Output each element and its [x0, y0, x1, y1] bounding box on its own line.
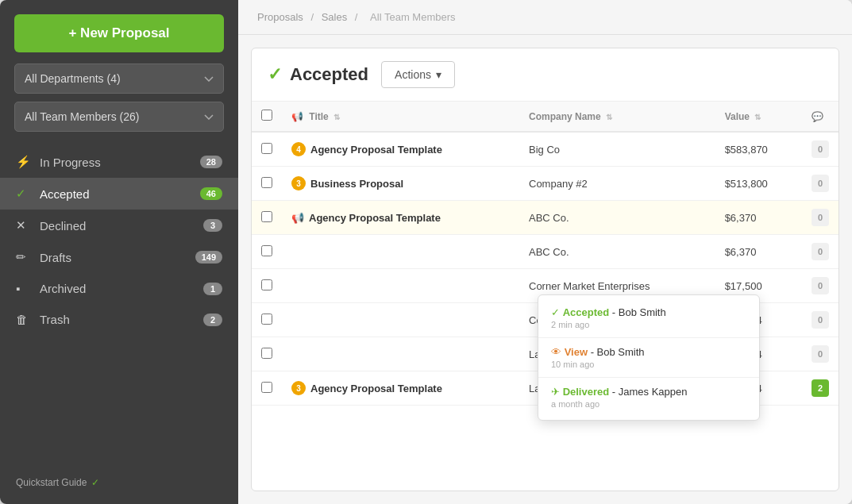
row-checkbox[interactable]	[261, 279, 272, 290]
comment-badge: 0	[812, 311, 829, 329]
x-icon: ✕	[16, 218, 32, 233]
row-checkbox-cell	[252, 337, 282, 371]
declined-badge: 3	[203, 219, 222, 232]
title-cell: 3 Agency Proposal Template	[282, 371, 519, 406]
title-cell	[282, 337, 519, 371]
accepted-activity-icon: ✓	[551, 306, 563, 318]
activity-person: Bob Smith	[619, 306, 666, 318]
content-header: ✓ Accepted Actions ▾	[252, 48, 839, 102]
activity-popup: ✓ Accepted - Bob Smith 2 min ago 👁 View …	[538, 294, 760, 421]
sidebar-item-trash[interactable]: 🗑 Trash 2	[0, 304, 238, 335]
view-activity-icon: 👁	[551, 346, 565, 358]
megaphone-header-icon: 📢	[291, 111, 303, 122]
sidebar-item-declined[interactable]: ✕ Declined 3	[0, 210, 238, 241]
table-row: 4 Agency Proposal Template Big Co $583,8…	[252, 132, 839, 167]
row-checkbox[interactable]	[261, 348, 272, 359]
comment-cell: 2	[802, 371, 839, 406]
company-sort-icon[interactable]: ⇅	[606, 113, 612, 121]
title-cell: 📢 Agency Proposal Template	[282, 201, 519, 235]
value-cell: $6,370	[715, 201, 802, 235]
row-checkbox[interactable]	[261, 177, 272, 188]
comment-badge: 2	[812, 379, 829, 397]
row-checkbox[interactable]	[261, 211, 272, 222]
trash-badge: 2	[203, 314, 222, 326]
sidebar-item-label: Archived	[40, 282, 203, 295]
activity-separator: -	[612, 306, 619, 318]
sidebar-nav: ⚡ In Progress 28 ✓ Accepted 46 ✕ Decline…	[0, 146, 238, 469]
sidebar-item-accepted[interactable]: ✓ Accepted 46	[0, 178, 238, 210]
table-row: ABC Co. $6,370 0	[252, 235, 839, 269]
breadcrumb-all-team: All Team Members	[370, 11, 455, 23]
activity-action-label: Accepted	[563, 306, 610, 318]
activity-separator: -	[591, 346, 597, 358]
value-cell: $583,870	[715, 132, 802, 167]
priority-badge: 4	[291, 142, 306, 156]
breadcrumb: Proposals / Sales / All Team Members	[238, 0, 852, 35]
comment-cell: 0	[802, 269, 839, 303]
comment-badge: 0	[812, 243, 829, 260]
row-checkbox-cell	[252, 371, 282, 406]
new-proposal-button[interactable]: + New Proposal	[14, 14, 224, 52]
table-header-row: 📢 Title ⇅ Company Name ⇅ Value ⇅	[252, 102, 839, 132]
pencil-icon: ✏	[16, 250, 32, 264]
team-select[interactable]: All Team Members (26)	[14, 102, 224, 132]
content-area: ✓ Accepted Actions ▾	[251, 48, 839, 491]
row-checkbox[interactable]	[261, 143, 272, 154]
header-title: 📢 Title ⇅	[282, 102, 519, 132]
comment-cell: 0	[802, 132, 839, 167]
check-icon: ✓	[16, 187, 32, 201]
activity-item-view: 👁 View - Bob Smith 10 min ago	[538, 338, 759, 378]
company-cell: ABC Co.	[519, 235, 715, 269]
sidebar-item-drafts[interactable]: ✏ Drafts 149	[0, 241, 238, 273]
actions-button[interactable]: Actions ▾	[381, 61, 455, 88]
select-all-checkbox[interactable]	[261, 110, 272, 121]
company-cell: Big Co	[519, 132, 715, 167]
activity-action-label: Delivered	[563, 386, 610, 398]
sidebar-item-in-progress[interactable]: ⚡ In Progress 28	[0, 146, 238, 178]
breadcrumb-sales[interactable]: Sales	[322, 11, 348, 23]
title-cell	[282, 269, 519, 303]
row-checkbox-cell	[252, 201, 282, 235]
breadcrumb-proposals[interactable]: Proposals	[257, 11, 303, 23]
comment-badge: 0	[812, 140, 829, 158]
sidebar-item-label: Trash	[40, 313, 203, 326]
accepted-check-icon: ✓	[268, 64, 282, 85]
quickstart-label: Quickstart Guide	[16, 477, 87, 488]
activity-item-accepted: ✓ Accepted - Bob Smith 2 min ago	[538, 298, 759, 338]
comment-cell: 0	[802, 167, 839, 201]
row-checkbox-cell	[252, 303, 282, 337]
archive-icon: ▪	[16, 282, 32, 295]
comment-cell: 0	[802, 303, 839, 337]
proposal-title[interactable]: Agency Proposal Template	[310, 144, 442, 156]
department-select[interactable]: All Departments (4)	[14, 63, 224, 94]
comment-badge: 0	[812, 175, 829, 192]
activity-action-label: View	[565, 346, 588, 358]
sidebar: + New Proposal All Departments (4) All T…	[0, 0, 238, 504]
row-checkbox[interactable]	[261, 245, 272, 256]
quickstart-guide[interactable]: Quickstart Guide ✓	[0, 469, 238, 496]
comment-badge: 0	[812, 345, 829, 363]
section-title: ✓ Accepted	[268, 64, 368, 85]
row-checkbox-cell	[252, 235, 282, 269]
proposal-title[interactable]: Agency Proposal Template	[309, 212, 441, 224]
proposal-title[interactable]: Business Proposal	[310, 178, 403, 190]
title-sort-icon[interactable]: ⇅	[333, 113, 340, 121]
comment-badge: 0	[812, 277, 829, 294]
main-content: Proposals / Sales / All Team Members ✓ A…	[238, 0, 852, 504]
quickstart-check-icon: ✓	[91, 477, 99, 488]
actions-label: Actions	[395, 68, 431, 81]
comment-cell: 0	[802, 201, 839, 235]
proposal-title[interactable]: Agency Proposal Template	[310, 383, 442, 394]
section-title-text: Accepted	[290, 64, 368, 85]
comment-badge: 0	[812, 209, 829, 226]
value-sort-icon[interactable]: ⇅	[754, 113, 761, 121]
row-checkbox[interactable]	[261, 382, 272, 393]
megaphone-icon: 📢	[291, 212, 304, 224]
title-cell: 4 Agency Proposal Template	[282, 132, 519, 167]
sidebar-item-archived[interactable]: ▪ Archived 1	[0, 273, 238, 304]
accepted-badge: 46	[200, 187, 222, 200]
sidebar-item-label: Declined	[40, 219, 203, 233]
in-progress-badge: 28	[200, 156, 222, 168]
comment-cell: 0	[802, 337, 839, 371]
row-checkbox[interactable]	[261, 314, 272, 325]
